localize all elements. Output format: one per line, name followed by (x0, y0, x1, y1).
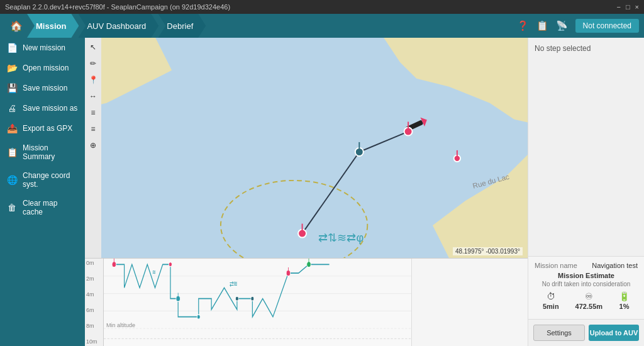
app-title: Seaplan 2.2.0.dev14+revc57f80f - Seaplan… (5, 3, 230, 11)
sidebar: 📄 New mission 📂 Open mission 💾 Save miss… (0, 38, 85, 346)
estimate-stats: ⏱ 5min ♾ 472.55m 🔋 1% (535, 291, 638, 310)
stat-distance-value: 472.55m (575, 303, 602, 310)
mission-info: Mission name Navigation test Mission Est… (528, 256, 644, 319)
home-button[interactable]: 🏠 (5, 14, 28, 38)
map-area: ↖ ✏ 📍 ↔ ≡ ≡ ⊕ (85, 38, 528, 346)
svg-point-27 (197, 315, 200, 319)
settings-button[interactable]: Settings (533, 325, 585, 341)
wifi-icon[interactable]: 📡 (556, 20, 568, 31)
right-panel-top: No step selected (528, 38, 644, 256)
app-container: 🏠 Mission AUV Dashboard Debrief ❓ 📋 📡 No… (0, 14, 644, 346)
tl-label-0: 0m (86, 260, 102, 266)
connection-status[interactable]: Not connected (575, 19, 639, 33)
mission-estimate-header: Mission Estimate (535, 272, 638, 279)
maximize-button[interactable]: □ (626, 3, 630, 11)
timeline-svg: ⇄≋ ≋ (104, 259, 411, 346)
action-buttons: Settings Upload to AUV (528, 319, 644, 346)
content-area: 📄 New mission 📂 Open mission 💾 Save miss… (0, 38, 644, 346)
titlebar: Seaplan 2.2.0.dev14+revc57f80f - Seaplan… (0, 0, 644, 14)
sidebar-item-mission-summary[interactable]: 📋 Mission Summary (0, 138, 85, 166)
min-altitude-label: Min altitude (106, 322, 135, 328)
save-mission-icon: 💾 (6, 83, 18, 93)
more-tool[interactable]: ≡ (86, 122, 100, 136)
map-coordinates: 48.19975° -003.01993° (453, 247, 523, 255)
navbar: 🏠 Mission AUV Dashboard Debrief ❓ 📋 📡 No… (0, 14, 644, 38)
svg-point-28 (235, 296, 238, 301)
tl-label-2: 2m (86, 276, 102, 282)
svg-text:≋: ≋ (152, 269, 157, 276)
extra-tool[interactable]: ⊕ (86, 138, 100, 152)
timeline: 0m 2m 4m 6m 8m 10m (85, 258, 528, 346)
mission-name-row: Mission name Navigation test (535, 262, 638, 269)
stat-battery-value: 1% (619, 303, 630, 310)
tl-label-6: 6m (86, 307, 102, 313)
minimize-button[interactable]: − (616, 3, 620, 11)
tl-label-8: 8m (86, 323, 102, 329)
mission-name-value: Navigation test (592, 262, 638, 269)
change-coord-icon: 🌐 (6, 175, 18, 185)
stat-distance: ♾ 472.55m (575, 291, 602, 310)
timeline-right-spacer (411, 259, 528, 346)
sidebar-item-save-mission[interactable]: 💾 Save mission (0, 78, 85, 98)
svg-text:⇄⇅≋⇄φ: ⇄⇅≋⇄φ (318, 232, 364, 244)
clear-cache-icon: 🗑 (6, 203, 18, 213)
edit-tool[interactable]: ✏ (86, 57, 100, 70)
upload-to-auv-button[interactable]: Upload to AUV (589, 325, 639, 341)
battery-icon: 🔋 (619, 291, 630, 301)
svg-point-29 (251, 296, 254, 301)
stat-time: ⏱ 5min (543, 291, 559, 310)
mission-summary-icon: 📋 (6, 147, 18, 157)
distance-icon: ♾ (585, 291, 593, 301)
sidebar-item-export-gpx[interactable]: 📤 Export as GPX (0, 118, 85, 138)
stat-time-value: 5min (543, 303, 559, 310)
mission-name-label: Mission name (535, 262, 577, 269)
svg-text:⇄≋: ⇄≋ (230, 280, 238, 288)
sidebar-item-save-as[interactable]: 🖨 Save mission as (0, 98, 85, 118)
timeline-y-axis: 0m 2m 4m 6m 8m 10m (85, 259, 104, 346)
map-toolbar: ↖ ✏ 📍 ↔ ≡ ≡ ⊕ (85, 38, 101, 258)
waypoint-tool[interactable]: 📍 (86, 73, 100, 87)
export-gpx-icon: 📤 (6, 123, 18, 133)
sidebar-item-open-mission[interactable]: 📂 Open mission (0, 58, 85, 78)
svg-point-24 (169, 262, 172, 267)
measure-tool[interactable]: ↔ (86, 89, 100, 103)
map-with-toolbar: ↖ ✏ 📍 ↔ ≡ ≡ ⊕ (85, 38, 528, 258)
map-svg: Rue du Lac (101, 38, 528, 258)
sidebar-item-new-mission[interactable]: 📄 New mission (0, 38, 85, 58)
time-icon: ⏱ (547, 291, 555, 301)
tl-label-10: 10m (86, 338, 102, 345)
sidebar-item-change-coord[interactable]: 🌐 Change coord syst. (0, 166, 85, 194)
right-panel: No step selected Mission name Navigation… (528, 38, 644, 346)
no-drift-label: No drift taken into consideration (535, 281, 638, 287)
close-button[interactable]: × (635, 3, 639, 11)
timeline-canvas[interactable]: ⇄≋ ≋ Min altitude (104, 259, 411, 346)
notes-icon[interactable]: 📋 (536, 20, 548, 31)
tab-debrief[interactable]: Debrief (158, 14, 206, 38)
help-icon[interactable]: ❓ (517, 20, 529, 31)
tab-auv-dashboard[interactable]: AUV Dashboard (78, 14, 158, 38)
open-mission-icon: 📂 (6, 63, 18, 73)
nav-right: ❓ 📋 📡 Not connected (517, 19, 639, 33)
new-mission-icon: 📄 (6, 43, 18, 53)
tab-mission[interactable]: Mission (27, 14, 79, 38)
layer-tool[interactable]: ≡ (86, 106, 100, 120)
cursor-tool[interactable]: ↖ (86, 40, 100, 54)
save-as-icon: 🖨 (6, 103, 18, 113)
map-canvas[interactable]: Rue du Lac (101, 38, 528, 258)
no-step-label: No step selected (535, 44, 638, 53)
sidebar-item-clear-cache[interactable]: 🗑 Clear map cache (0, 194, 85, 221)
tl-label-4: 4m (86, 291, 102, 298)
stat-battery: 🔋 1% (619, 291, 630, 310)
